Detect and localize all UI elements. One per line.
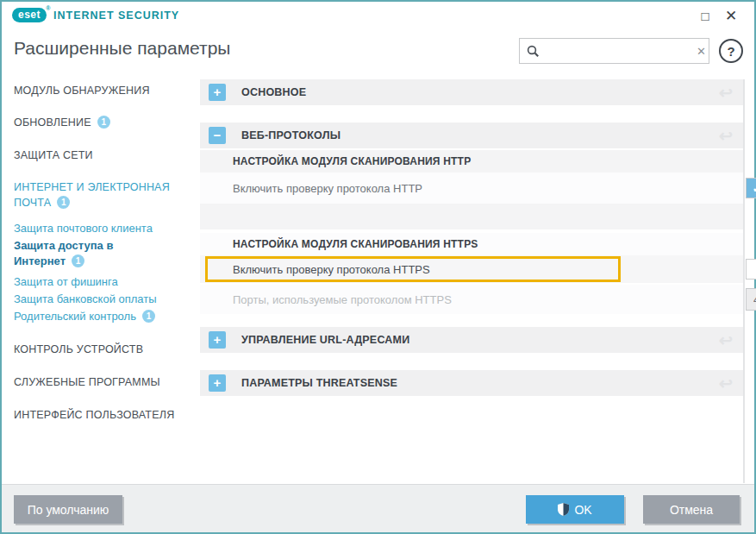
titlebar: eset ® INTERNET SECURITY □ ✕ <box>2 2 754 29</box>
sidebar-item-label: ИНТЕРНЕТ И ЭЛЕКТРОННАЯ ПОЧТА <box>14 181 170 209</box>
subsection-title: НАСТРОЙКА МОДУЛЯ СКАНИРОВАНИЯ HTTP <box>233 155 471 167</box>
sidebar-item-device-control[interactable]: КОНТРОЛЬ УСТРОЙСТВ <box>14 342 191 357</box>
toggle-knob <box>747 260 756 279</box>
setting-label: Включить проверку протокола HTTP <box>233 182 422 195</box>
sidebar-item-user-interface[interactable]: ИНТЕРФЕЙС ПОЛЬЗОВАТЕЛЯ <box>14 407 191 423</box>
sidebar-item-tools[interactable]: СЛУЖЕБНЫЕ ПРОГРАММЫ <box>14 374 191 390</box>
sidebar-item-parental-control[interactable]: Родительский контроль1 <box>14 309 191 324</box>
maximize-button[interactable]: □ <box>696 7 715 26</box>
sidebar-item-web-access-protection[interactable]: Защита доступа в Интернет1 <box>14 238 165 269</box>
sidebar-item-detection-engine[interactable]: МОДУЛЬ ОБНАРУЖЕНИЯ <box>14 83 191 98</box>
attention-badge: 1 <box>142 310 155 323</box>
setting-row-http-check: Включить проверку протокола HTTP ✓ i <box>200 173 745 204</box>
https-ports-input <box>746 288 756 311</box>
search-clear-icon[interactable]: ✕ <box>697 45 706 58</box>
https-check-toggle-off[interactable]: ✕ <box>746 259 756 280</box>
expand-icon[interactable]: + <box>209 374 226 392</box>
spacer-row <box>200 204 745 229</box>
revert-icon[interactable]: ↩ <box>719 126 733 146</box>
uac-shield-icon <box>558 503 569 516</box>
eset-logo-text: eset <box>18 9 41 21</box>
section-header-basic[interactable]: + ОСНОВНОЕ ↩ <box>200 79 745 105</box>
sidebar-item-label: Родительский контроль <box>14 310 136 323</box>
highlight-outline <box>205 256 621 282</box>
attention-badge: 1 <box>57 196 70 209</box>
subsection-http-scanner: НАСТРОЙКА МОДУЛЯ СКАНИРОВАНИЯ HTTP <box>200 150 745 173</box>
revert-icon[interactable]: ↩ <box>719 83 733 103</box>
page-title: Расширенные параметры <box>14 38 230 59</box>
cancel-button-label: Отмена <box>670 503 713 517</box>
sidebar-item-update[interactable]: ОБНОВЛЕНИЕ1 <box>14 115 191 130</box>
subsection-https-scanner: НАСТРОЙКА МОДУЛЯ СКАНИРОВАНИЯ HTTPS <box>200 233 745 255</box>
sidebar-item-web-and-email[interactable]: ИНТЕРНЕТ И ЭЛЕКТРОННАЯ ПОЧТА1 <box>14 179 191 210</box>
section-label: ВЕБ-ПРОТОКОЛЫ <box>241 129 341 141</box>
default-button[interactable]: По умолчанию <box>14 495 122 524</box>
eset-logo: eset ® INTERNET SECURITY <box>12 8 179 22</box>
attention-badge: 1 <box>72 254 84 267</box>
sidebar-item-anti-phishing[interactable]: Защита от фишинга <box>14 274 191 290</box>
search-box[interactable]: ✕ <box>519 38 709 64</box>
setting-label: Порты, используемые протоколом HTTPS <box>233 293 452 306</box>
close-button[interactable]: ✕ <box>722 7 740 26</box>
http-check-toggle-on[interactable]: ✓ <box>746 178 756 198</box>
section-label: ОСНОВНОЕ <box>241 86 306 98</box>
expand-icon[interactable]: + <box>209 331 226 349</box>
setting-row-https-ports: Порты, используемые протоколом HTTPS i <box>200 285 745 314</box>
toggle-check-icon: ✓ <box>747 179 756 198</box>
section-header-threatsense[interactable]: + ПАРАМЕТРЫ THREATSENSE ↩ <box>200 370 745 396</box>
revert-icon[interactable]: ↩ <box>719 374 733 393</box>
attention-badge: 1 <box>97 116 110 129</box>
help-icon[interactable]: ? <box>719 39 743 63</box>
ok-button[interactable]: OK <box>526 495 624 524</box>
section-label: ПАРАМЕТРЫ THREATSENSE <box>241 377 397 389</box>
search-input[interactable] <box>545 45 697 58</box>
sidebar-item-label: Защита доступа в Интернет <box>14 239 113 267</box>
sidebar-item-network-protection[interactable]: ЗАЩИТА СЕТИ <box>14 148 191 163</box>
search-icon <box>527 45 540 58</box>
product-name: INTERNET SECURITY <box>53 9 179 22</box>
sidebar-item-banking-protection[interactable]: Защита банковской оплаты <box>14 292 191 307</box>
eset-logo-badge: eset ® <box>12 8 47 22</box>
section-header-url-management[interactable]: + УПРАВЛЕНИЕ URL-АДРЕСАМИ ↩ <box>200 327 745 353</box>
ok-button-label: OK <box>574 503 591 517</box>
registered-mark: ® <box>46 5 51 11</box>
scrollbar-track[interactable] <box>743 79 745 483</box>
cancel-button[interactable]: Отмена <box>643 495 740 524</box>
collapse-icon[interactable]: − <box>209 127 226 144</box>
subsection-title: НАСТРОЙКА МОДУЛЯ СКАНИРОВАНИЯ HTTPS <box>233 238 478 250</box>
expand-icon[interactable]: + <box>209 84 226 101</box>
revert-icon[interactable]: ↩ <box>719 330 733 350</box>
section-header-web-protocols[interactable]: − ВЕБ-ПРОТОКОЛЫ ↩ <box>200 123 745 148</box>
sidebar-item-label: ОБНОВЛЕНИЕ <box>14 116 91 129</box>
eset-advanced-settings-window: eset ® INTERNET SECURITY □ ✕ Расширенные… <box>0 0 756 534</box>
default-button-label: По умолчанию <box>28 503 109 517</box>
footer-bar: По умолчанию OK Отмена <box>2 484 754 532</box>
sidebar-item-email-client-protection[interactable]: Защита почтового клиента <box>14 221 191 236</box>
section-label: УПРАВЛЕНИЕ URL-АДРЕСАМИ <box>241 334 409 346</box>
